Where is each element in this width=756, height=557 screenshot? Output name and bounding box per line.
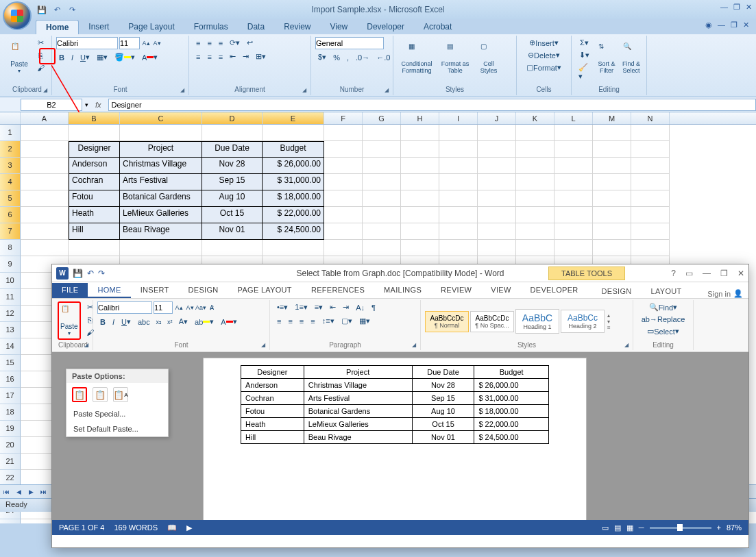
sheet-prev-icon[interactable]: ◀ (12, 488, 25, 495)
table-cell[interactable]: $ 31,000.00 (474, 392, 549, 405)
line-spacing-icon[interactable]: ↕≡▾ (319, 315, 337, 327)
subscript-icon[interactable]: x₂ (154, 317, 164, 327)
cell-N7[interactable] (631, 223, 670, 240)
cell-B4[interactable]: Cochran (69, 174, 120, 190)
sheet-next-icon[interactable]: ▶ (25, 488, 37, 495)
col-header-I[interactable]: I (439, 112, 478, 124)
table-header[interactable]: Designer (241, 366, 304, 379)
numbering-icon[interactable]: 1≡▾ (292, 301, 310, 313)
row-header-4[interactable]: 4 (0, 174, 21, 190)
cell-D5[interactable]: Aug 10 (202, 190, 263, 207)
format-cells-button[interactable]: ▢ Format ▾ (521, 62, 567, 73)
row-header-13[interactable]: 13 (0, 322, 21, 338)
col-header-A[interactable]: A (21, 112, 69, 124)
wrap-text-icon[interactable]: ↩ (244, 37, 256, 49)
cell-F4[interactable] (324, 174, 363, 190)
table-cell[interactable]: Nov 01 (412, 431, 474, 444)
shrink-font-icon[interactable]: A▾ (185, 303, 195, 312)
cell-B1[interactable] (69, 125, 120, 141)
cell-L5[interactable] (554, 190, 593, 207)
cell-B6[interactable]: Heath (69, 207, 120, 223)
cell-C8[interactable] (120, 240, 202, 256)
cell-K4[interactable] (516, 174, 554, 190)
align-middle-icon[interactable]: ≡ (204, 38, 214, 49)
close-icon[interactable]: ✕ (737, 269, 744, 278)
cell-D6[interactable]: Oct 15 (202, 207, 263, 223)
cell-G6[interactable] (363, 207, 401, 223)
col-header-J[interactable]: J (478, 112, 516, 124)
row-header-20[interactable]: 20 (0, 437, 21, 454)
word-count[interactable]: 169 WORDS (114, 523, 158, 532)
keep-source-formatting-icon[interactable]: 📋 (72, 387, 87, 402)
table-row[interactable]: HeathLeMieux GalleriesOct 15$ 22,000.00 (241, 418, 549, 431)
tab-mailings[interactable]: MAILINGS (374, 283, 431, 298)
cell-E5[interactable]: $ 18,000.00 (263, 190, 324, 207)
cell-L8[interactable] (554, 240, 593, 256)
row-header-8[interactable]: 8 (0, 240, 21, 256)
text-effects-icon[interactable]: A▾ (176, 316, 191, 327)
multilevel-icon[interactable]: ≡▾ (312, 301, 326, 313)
align-right-icon[interactable]: ≡ (216, 51, 225, 62)
copy-icon[interactable]: ⎘ (34, 50, 47, 61)
cell-E1[interactable] (263, 125, 324, 141)
minimize-icon[interactable]: — (720, 3, 728, 12)
highlight-icon[interactable]: ab▾ (192, 316, 217, 327)
cell-F1[interactable] (324, 125, 363, 141)
col-header-N[interactable]: N (631, 112, 670, 124)
cell-F5[interactable] (324, 190, 363, 207)
number-format-select[interactable] (315, 37, 384, 49)
cell-A7[interactable] (21, 223, 69, 240)
format-painter-icon[interactable]: 🖌 (34, 62, 47, 73)
delete-cells-button[interactable]: ⊖ Delete ▾ (521, 49, 567, 61)
row-header-9[interactable]: 9 (0, 256, 21, 273)
cell-A4[interactable] (21, 174, 69, 190)
cell-G7[interactable] (363, 223, 401, 240)
cell-H1[interactable] (401, 125, 439, 141)
cell-E6[interactable]: $ 22,000.00 (263, 207, 324, 223)
align-left-icon[interactable]: ≡ (193, 51, 203, 62)
col-header-M[interactable]: M (593, 112, 631, 124)
cell-H2[interactable] (401, 141, 439, 158)
italic-button[interactable]: I (110, 317, 117, 327)
font-name-input[interactable] (56, 37, 118, 49)
tab-review[interactable]: REVIEW (431, 283, 481, 298)
cell-G5[interactable] (363, 190, 401, 207)
cell-E4[interactable]: $ 31,000.00 (263, 174, 324, 190)
shading-icon[interactable]: ▢▾ (339, 315, 355, 327)
restore-icon[interactable]: ❐ (720, 269, 728, 278)
print-layout-icon[interactable]: ▤ (614, 523, 621, 532)
cell-B3[interactable]: Anderson (69, 158, 120, 174)
cell-N6[interactable] (631, 207, 670, 223)
style-heading-2[interactable]: AaBbCcHeading 2 (561, 310, 605, 333)
col-header-G[interactable]: G (363, 112, 401, 124)
table-cell[interactable]: Fotou (241, 405, 304, 418)
replace-button[interactable]: ab→ Replace (637, 314, 689, 325)
cell-C6[interactable]: LeMieux Galleries (120, 207, 202, 223)
row-header-15[interactable]: 15 (0, 355, 21, 371)
insert-cells-button[interactable]: ⊕ Insert ▾ (521, 37, 567, 49)
table-cell[interactable]: Christmas Village (304, 379, 412, 392)
cell-D7[interactable]: Nov 01 (202, 223, 263, 240)
tab-formulas[interactable]: Formulas (184, 20, 238, 34)
cell-D2[interactable]: Due Date (202, 141, 263, 158)
grow-font-icon[interactable]: A▴ (174, 303, 184, 312)
merge-icon[interactable]: ⊞▾ (253, 51, 269, 62)
tab-insert[interactable]: INSERT (131, 283, 179, 298)
fill-icon[interactable]: ⬇▾ (576, 49, 593, 61)
clipboard-launcher-icon[interactable]: ◢ (84, 342, 91, 349)
align-left-icon[interactable]: ≡ (274, 316, 284, 327)
font-size-input[interactable] (119, 37, 140, 49)
cell-J7[interactable] (478, 223, 516, 240)
change-case-icon[interactable]: Aa▾ (196, 303, 206, 312)
cell-B2[interactable]: Designer (69, 141, 120, 158)
row-header-16[interactable]: 16 (0, 371, 21, 388)
cell-K5[interactable] (516, 190, 554, 207)
tab-home[interactable]: Home (36, 20, 79, 34)
ribbon-options-icon[interactable]: ▭ (685, 269, 693, 278)
cell-G2[interactable] (363, 141, 401, 158)
cell-L1[interactable] (554, 125, 593, 141)
formula-input[interactable] (108, 99, 756, 111)
macro-icon[interactable]: ▶ (186, 523, 192, 532)
close-doc-icon[interactable]: ✕ (743, 21, 749, 29)
table-cell[interactable]: LeMieux Galleries (304, 418, 412, 431)
